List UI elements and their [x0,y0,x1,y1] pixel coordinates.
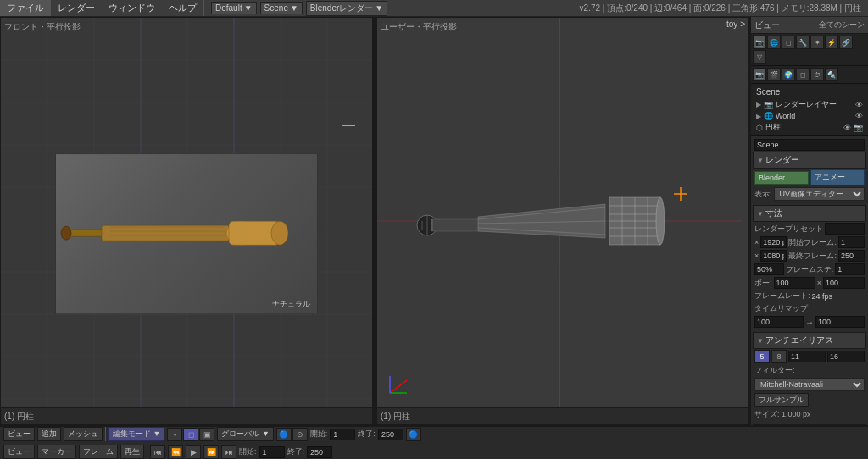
renderer-dropdown[interactable]: Blenderレンダー ▼ [306,1,387,16]
outliner-item-world[interactable]: ▶ 🌐 World 👁 [753,111,866,121]
aa-val-input[interactable] [788,351,826,362]
bottom-row-1: ビュー 追加 メッシュ 編集モード ▼ ▪ ◻ ▣ グローバル ▼ 🔵 ⊙ 開始… [3,427,865,441]
data-icon-btn[interactable]: ▽ [753,50,766,64]
scene-icon-btn[interactable]: 🎬 [767,68,781,81]
current-frame-input[interactable] [259,446,285,458]
scene-name-input[interactable] [754,139,865,151]
end-frame-input[interactable] [838,250,865,262]
camera-icon-btn[interactable]: 📷 [753,36,766,49]
menu-help[interactable]: ヘルプ [162,0,203,16]
current-frame-label: 開始: [239,446,257,457]
scale-row: フレームステ: [753,263,866,276]
global-btn[interactable]: グローバル ▼ [217,427,273,441]
res-x-input[interactable] [760,236,787,248]
obj2-icon-btn[interactable]: ◻ [796,68,810,81]
physics-icon-btn[interactable]: ⚡ [825,36,838,49]
particle-icon-btn[interactable]: ✦ [810,36,824,49]
eye-toggle3[interactable]: 👁 [843,124,851,132]
outliner-item-renderlayer[interactable]: ▶ 📷 レンダーレイヤー 👁 [753,98,866,111]
frame-btn[interactable]: フレーム [79,445,118,459]
world2-icon-btn[interactable]: 🌍 [782,68,795,81]
edge-icon[interactable]: ◻ [183,428,198,441]
prop-icon[interactable]: ⊙ [292,428,308,441]
menu-render[interactable]: レンダー [51,0,102,16]
aa-section-header[interactable]: ▼ アンチエイリアス [753,332,866,349]
add-btn[interactable]: 追加 [37,427,61,441]
view-btn2[interactable]: ビュー [3,445,35,459]
marker-btn[interactable]: マーカー [37,445,76,459]
render-engine-row: Blender アニメー [753,169,866,186]
aa-8-btn[interactable]: 8 [771,350,787,363]
end-label: 終了: [287,446,305,457]
next-frame-icon[interactable]: ⏩ [203,445,219,459]
animate-btn[interactable]: アニメー [810,169,865,185]
antialias-section: ▼ アンチエイリアス 5 8 フィルター: Mitchell-Natravaal… [753,332,866,421]
prev-frame-icon[interactable]: ⏪ [168,445,183,459]
edit-mode-btn[interactable]: 編集モード ▼ [108,427,164,441]
magnet-icon[interactable]: 🔵 [406,428,421,441]
modifier-icon-btn[interactable]: 🔧 [796,36,810,49]
snap-icon[interactable]: 🔵 [276,428,292,441]
scene-dropdown[interactable]: Scene ▼ [260,2,303,14]
bottom-divider1 [105,427,106,441]
right-header-right: 全てのシーン [819,19,865,30]
end-input[interactable] [307,446,332,458]
bottom-bar: ビュー 追加 メッシュ 編集モード ▼ ▪ ◻ ▣ グローバル ▼ 🔵 ⊙ 開始… [0,425,868,459]
skip-end-icon[interactable]: ⏭ [221,445,236,459]
constraint-icon-btn[interactable]: 🔗 [839,36,853,49]
user-viewport-label: ユーザー・平行投影 [381,21,457,33]
bottom-start-input[interactable] [330,429,355,440]
tools-icon-btn[interactable]: 🔩 [825,68,838,81]
user-viewport[interactable]: ユーザー・平行投影 [376,17,749,425]
icon-btn-group1: ▪ ◻ ▣ [167,428,214,441]
panel-icon-row: 📷 🌐 ◻ 🔧 ✦ ⚡ 🔗 ▽ [751,34,868,66]
dimension-section: ▼ 寸法 レンダープリセット × 開始フレーム: × [753,205,866,329]
front-viewport[interactable]: フロント・平行投影 [0,17,373,425]
filter-dropdown[interactable]: Mitchell-Natravaali [754,378,865,391]
aa-5-btn[interactable]: 5 [754,350,770,363]
render-section-header[interactable]: ▼ レンダー [753,152,866,169]
vertex-icon[interactable]: ▪ [167,428,182,441]
display-dropdown[interactable]: UV画像エディター [774,187,865,201]
timeline-new-input[interactable] [815,316,865,328]
anim-icon-btn[interactable]: ⏱ [810,68,824,81]
render-toggle[interactable]: 📷 [854,124,863,132]
size-label: サイズ: 1.000 px [754,409,811,420]
cylinder-label: 円柱 [765,122,781,133]
engine-dropdown[interactable]: Default ▼ [211,2,257,14]
face-icon[interactable]: ▣ [199,428,214,441]
bottom-end-input[interactable] [378,429,403,440]
eye-toggle2[interactable]: 👁 [855,112,863,120]
render-icon-btn[interactable]: 📷 [753,68,766,81]
skip-start-icon[interactable]: ⏮ [150,445,165,459]
timeline-old-input[interactable] [754,316,804,328]
play-icon[interactable]: ▶ [186,445,201,459]
frame-step-input[interactable] [835,263,865,275]
dim-section-header[interactable]: ▼ 寸法 [753,205,866,222]
aa-val2-input[interactable] [827,351,865,362]
world-icon-btn[interactable]: 🌐 [767,36,781,49]
frame-end-label2: 終了: [358,429,376,440]
play-btn[interactable]: 再生 [120,445,144,459]
outliner-item-cylinder[interactable]: ⬡ 円柱 👁 📷 [753,121,866,134]
menu-window[interactable]: ウィンドウ [102,0,162,16]
render-section-label: レンダー [765,154,799,166]
res-y-input[interactable] [760,250,787,262]
menu-file[interactable]: ファイル [0,0,51,16]
display-row: 表示: UV画像エディター [753,186,866,202]
outliner-section: Scene ▶ 📷 レンダーレイヤー 👁 ▶ 🌐 World 👁 ⬡ 円柱 👁 … [751,84,868,136]
view-btn[interactable]: ビュー [3,427,35,441]
x-label: × [754,238,759,246]
dim-section-label: 寸法 [765,207,782,219]
start-frame-input[interactable] [838,236,865,248]
object-icon-btn[interactable]: ◻ [782,36,795,49]
scale-input[interactable] [754,263,784,275]
aspect-label: ボー: [754,278,772,289]
border2-input[interactable] [823,277,865,289]
full-sample-btn[interactable]: フルサンプル [754,393,809,407]
render-btn[interactable]: Blender [754,171,809,185]
preset-input[interactable] [825,223,865,235]
mesh-btn[interactable]: メッシュ [64,427,103,441]
border1-input[interactable] [774,277,815,289]
eye-toggle[interactable]: 👁 [855,101,863,109]
